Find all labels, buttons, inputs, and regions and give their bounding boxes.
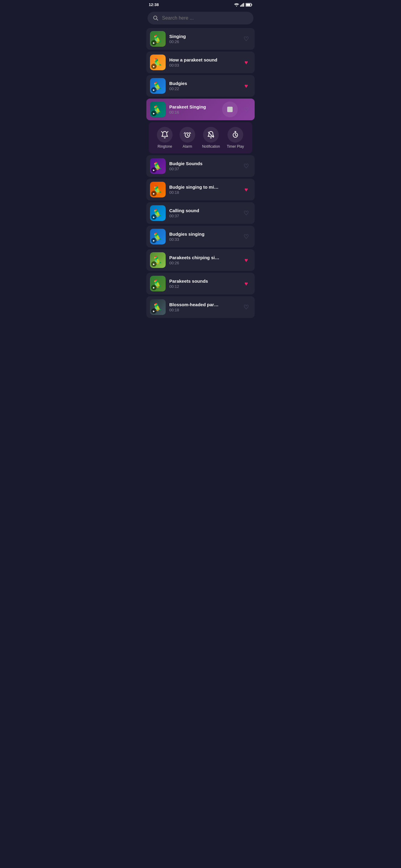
song-item[interactable]: 🦜 ▶ Budgie Sounds 00:37 ♡ — [146, 155, 255, 177]
favorite-button[interactable]: ♡ — [241, 161, 251, 171]
control-alarm-button[interactable]: Alarm — [179, 127, 195, 149]
play-button[interactable]: ▶ — [151, 285, 156, 290]
song-thumbnail: 🦜 ▶ — [150, 229, 166, 244]
play-button[interactable]: ▶ — [151, 191, 156, 196]
signal-icon — [240, 3, 245, 7]
favorite-button[interactable]: ♥ — [241, 255, 251, 265]
favorite-button[interactable]: ♡ — [241, 232, 251, 241]
song-duration: 00:12 — [169, 284, 238, 289]
play-button[interactable]: ▶ — [151, 308, 156, 314]
song-duration: 00:26 — [169, 261, 238, 265]
svg-rect-0 — [240, 5, 241, 7]
play-button[interactable]: ▶ — [151, 261, 156, 267]
svg-rect-3 — [244, 3, 245, 7]
play-button[interactable]: ▶ — [151, 111, 156, 116]
status-icons — [234, 3, 252, 7]
song-thumbnail: 🦜 ▶ — [150, 55, 166, 70]
svg-rect-1 — [241, 4, 242, 7]
svg-rect-2 — [242, 4, 243, 7]
song-thumbnail: 🦜 ▶ — [150, 252, 166, 268]
ringtone-label: Ringtone — [157, 144, 172, 149]
song-title: Parakeets chirping si… — [169, 255, 238, 260]
song-item[interactable]: 🦜 ▶ Budgies 00:22 ♥ — [146, 75, 255, 97]
favorite-button[interactable]: ♥ — [241, 58, 251, 67]
play-button[interactable]: ▶ — [151, 167, 156, 173]
song-title: Parakeets sounds — [169, 278, 238, 284]
song-info: Parakeet Singing 00:16 — [169, 104, 219, 115]
control-notification-button[interactable]: Notification — [202, 127, 220, 149]
song-duration: 00:37 — [169, 214, 238, 218]
search-icon — [153, 16, 159, 21]
favorite-button[interactable]: ♥ — [241, 81, 251, 91]
timer-label: Timer Play — [227, 144, 244, 149]
svg-line-9 — [167, 131, 168, 132]
battery-icon — [246, 3, 252, 7]
svg-rect-5 — [252, 4, 252, 5]
notification-icon-circle — [203, 127, 219, 143]
song-duration: 00:26 — [169, 39, 238, 44]
song-duration: 00:16 — [169, 110, 219, 115]
play-button[interactable]: ▶ — [151, 87, 156, 93]
song-list: 🦜 ▶ Singing 00:26 ♡ 🦜 ▶ How a parakeet s… — [144, 27, 257, 320]
timer-icon-circle — [228, 127, 243, 143]
song-title: Budgie singing to mi… — [169, 184, 238, 190]
song-info: Parakeets sounds 00:12 — [169, 278, 238, 289]
song-info: Budgies singing 00:33 — [169, 231, 238, 242]
alarm-icon-circle — [179, 127, 195, 143]
favorite-button[interactable]: ♡ — [241, 302, 251, 312]
wifi-icon — [234, 3, 239, 7]
song-title: Calling sound — [169, 208, 238, 213]
song-title: Budgies singing — [169, 231, 238, 237]
notification-icon — [207, 131, 215, 138]
ringtone-icon — [161, 131, 169, 138]
song-item[interactable]: 🦜 ▶ Parakeets sounds 00:12 ♥ — [146, 273, 255, 294]
song-info: How a parakeet sound 00:03 — [169, 57, 238, 67]
stop-button[interactable] — [222, 101, 238, 117]
song-thumbnail: 🦜 ▶ — [150, 78, 166, 94]
song-item[interactable]: 🦜 ▶ Parakeets chirping si… 00:26 ♥ — [146, 249, 255, 271]
stop-icon — [227, 107, 233, 112]
song-thumbnail: 🦜 ▶ — [150, 299, 166, 315]
favorite-button[interactable]: ♡ — [241, 34, 251, 44]
play-button[interactable]: ▶ — [151, 40, 156, 45]
favorite-button[interactable]: ♥ — [241, 185, 251, 194]
song-info: Budgies 00:22 — [169, 81, 238, 91]
ringtone-icon-circle — [157, 127, 173, 143]
song-item[interactable]: 🦜 ▶ Budgie singing to mi… 00:18 ♥ — [146, 179, 255, 200]
song-info: Budgie Sounds 00:37 — [169, 161, 238, 171]
song-thumbnail: 🦜 ▶ — [150, 182, 166, 197]
control-timer_play-button[interactable]: Timer Play — [227, 127, 244, 149]
search-bar[interactable] — [147, 12, 254, 24]
song-title: Parakeet Singing — [169, 104, 219, 110]
song-duration: 00:18 — [169, 308, 238, 312]
favorite-button[interactable]: ♡ — [241, 208, 251, 218]
song-info: Parakeets chirping si… 00:26 — [169, 255, 238, 265]
time-display: 12:38 — [149, 2, 159, 7]
control-ringtone-button[interactable]: Ringtone — [157, 127, 173, 149]
svg-rect-6 — [246, 4, 251, 6]
search-input[interactable] — [162, 16, 248, 21]
status-bar: 12:38 — [144, 0, 257, 9]
song-item[interactable]: 🦜 ▶ Budgies singing 00:33 ♡ — [146, 226, 255, 247]
favorite-button[interactable]: ♡ — [241, 104, 251, 114]
song-item[interactable]: 🦜 ▶ Blossom-headed par… 00:18 ♡ — [146, 296, 255, 318]
favorite-button[interactable]: ♥ — [241, 279, 251, 288]
song-item[interactable]: 🦜 ▶ Singing 00:26 ♡ — [146, 28, 255, 50]
song-thumbnail: 🦜 ▶ — [150, 205, 166, 221]
song-duration: 00:22 — [169, 87, 238, 91]
song-info: Blossom-headed par… 00:18 — [169, 302, 238, 312]
play-button[interactable]: ▶ — [151, 238, 156, 243]
song-duration: 00:33 — [169, 237, 238, 242]
timer-icon — [231, 131, 239, 138]
song-title: Budgie Sounds — [169, 161, 238, 166]
song-item[interactable]: 🦜 ▶ How a parakeet sound 00:03 ♥ — [146, 52, 255, 73]
song-thumbnail: 🦜 ▶ — [150, 158, 166, 174]
song-item[interactable]: 🦜 ▶ Calling sound 00:37 ♡ — [146, 202, 255, 224]
play-button[interactable]: ▶ — [151, 214, 156, 220]
alarm-label: Alarm — [182, 144, 192, 149]
alarm-icon — [183, 131, 191, 138]
song-title: How a parakeet sound — [169, 57, 238, 62]
play-button[interactable]: ▶ — [151, 64, 156, 69]
song-info: Singing 00:26 — [169, 34, 238, 44]
song-item[interactable]: 🦜 ▶ Parakeet Singing 00:16 ♡ — [146, 98, 255, 120]
